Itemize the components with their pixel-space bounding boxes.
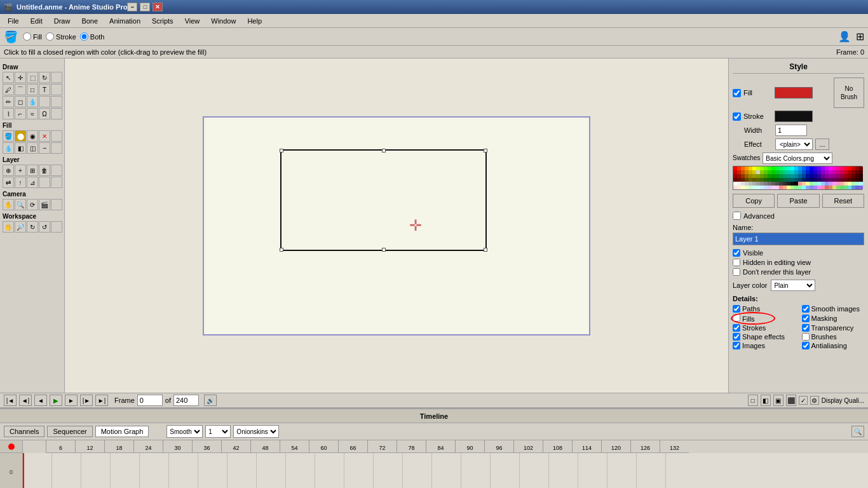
- prev-key-button[interactable]: ◄|: [19, 395, 32, 406]
- effect-select[interactable]: <plain>: [775, 139, 813, 150]
- zoom-in-button[interactable]: 🔍: [851, 426, 864, 437]
- stroke-color-swatch[interactable]: [775, 111, 813, 122]
- tool-transform[interactable]: ⬚: [27, 72, 38, 83]
- tool-layer-delete[interactable]: 🗑: [39, 165, 50, 176]
- play-button[interactable]: ▶: [50, 395, 62, 406]
- tool-bezier[interactable]: ⌒: [15, 84, 26, 95]
- menu-edit[interactable]: Edit: [25, 16, 48, 26]
- handle-tl[interactable]: [280, 149, 283, 152]
- tool-layer-group[interactable]: ⊞: [27, 165, 38, 176]
- tool-noise[interactable]: ≈: [27, 108, 38, 119]
- tool-gradient2[interactable]: ◫: [27, 142, 38, 154]
- fill-checkbox[interactable]: [733, 89, 741, 97]
- tool-layer-new[interactable]: ⊕: [3, 165, 14, 176]
- effect-dots-button[interactable]: ...: [815, 139, 829, 150]
- tool-fill-bucket[interactable]: ⬤: [15, 130, 26, 142]
- both-radio[interactable]: [80, 32, 88, 41]
- brushes-checkbox[interactable]: [802, 333, 810, 341]
- tool-eraser[interactable]: ◻: [15, 96, 26, 107]
- menu-animation[interactable]: Animation: [104, 16, 146, 26]
- tool-camera-zoom[interactable]: 🔍: [15, 199, 26, 210]
- onionskins-select[interactable]: Onionskins: [233, 425, 279, 438]
- tool-fill-paint[interactable]: 🪣: [3, 130, 14, 142]
- menu-help[interactable]: Help: [242, 16, 267, 26]
- tool-eyedrop2[interactable]: 💧: [3, 142, 14, 154]
- handle-tr[interactable]: [484, 149, 487, 152]
- tool-camera-rot[interactable]: ⟳: [27, 199, 38, 210]
- tool-ws-zoom[interactable]: 🔎: [15, 221, 26, 233]
- paste-button[interactable]: Paste: [777, 194, 819, 208]
- tool-layer-move[interactable]: ⊿: [27, 177, 38, 188]
- swatches-select[interactable]: Basic Colors.png: [763, 152, 832, 164]
- tool-layer-add[interactable]: +: [15, 165, 26, 176]
- tool-text[interactable]: T: [39, 84, 50, 95]
- shape-rect[interactable]: [280, 149, 487, 251]
- tool-fill-x[interactable]: ✕: [39, 130, 50, 142]
- motion-graph-tab[interactable]: Motion Graph: [95, 426, 149, 437]
- next-frame-button[interactable]: ►: [65, 395, 78, 406]
- quality-btn3[interactable]: ▣: [773, 395, 783, 406]
- next-key-button[interactable]: |►: [80, 395, 93, 406]
- prev-frame-button[interactable]: ◄: [34, 395, 47, 406]
- handle-tm[interactable]: [382, 149, 386, 152]
- tool-layer-up[interactable]: ↑: [15, 177, 26, 188]
- menu-draw[interactable]: Draw: [49, 16, 76, 26]
- smooth-select[interactable]: Smooth: [166, 425, 203, 438]
- sequencer-tab[interactable]: Sequencer: [47, 426, 92, 437]
- visible-checkbox[interactable]: [733, 249, 740, 257]
- fill-radio[interactable]: [23, 32, 31, 41]
- fill-radio-label[interactable]: Fill: [23, 32, 42, 41]
- norender-checkbox[interactable]: [733, 268, 740, 276]
- masking-checkbox[interactable]: [802, 315, 810, 322]
- stroke-radio-label[interactable]: Stroke: [46, 32, 76, 41]
- smooth-images-checkbox[interactable]: [802, 305, 810, 313]
- tool-camera-pan[interactable]: ✋: [3, 199, 14, 210]
- channels-tab[interactable]: Channels: [4, 426, 44, 437]
- tool-curve[interactable]: ⌢: [39, 142, 50, 154]
- timeline-tracks[interactable]: [23, 453, 868, 488]
- tool-camera-film[interactable]: 🎬: [39, 199, 50, 210]
- canvas-frame[interactable]: ✛: [203, 116, 590, 336]
- shape-effects-checkbox[interactable]: [733, 333, 740, 341]
- handle-bl[interactable]: [280, 248, 283, 252]
- tick-select[interactable]: 1: [205, 425, 231, 438]
- menu-file[interactable]: File: [3, 16, 24, 26]
- hidden-checkbox[interactable]: [733, 259, 740, 266]
- go-start-button[interactable]: |◄: [4, 395, 17, 406]
- tool-ws-ccw[interactable]: ↺: [39, 221, 50, 233]
- tool-hair[interactable]: Ω: [39, 108, 50, 119]
- tool-gradient[interactable]: ◧: [15, 142, 26, 154]
- close-button[interactable]: ✕: [153, 3, 163, 11]
- minimize-button[interactable]: −: [127, 3, 137, 11]
- handle-bm[interactable]: [382, 248, 386, 252]
- strokes-checkbox[interactable]: [733, 324, 740, 332]
- menu-window[interactable]: Window: [206, 16, 241, 26]
- name-input[interactable]: [733, 233, 864, 245]
- tool-eyedrop[interactable]: 💧: [27, 96, 38, 107]
- quality-settings[interactable]: ⚙: [810, 396, 819, 405]
- quality-btn4[interactable]: ⬛: [786, 395, 796, 406]
- tool-paint[interactable]: ✏: [3, 96, 14, 107]
- go-end-button[interactable]: ►|: [95, 395, 108, 406]
- tool-magnet[interactable]: ⌐: [15, 108, 26, 119]
- images-checkbox[interactable]: [733, 342, 740, 349]
- tool-shape[interactable]: □: [27, 84, 38, 95]
- antialiasing-checkbox[interactable]: [802, 342, 810, 349]
- stroke-checkbox[interactable]: [733, 112, 741, 121]
- advanced-checkbox[interactable]: [733, 212, 741, 220]
- stroke-radio[interactable]: [46, 32, 54, 41]
- fills-checkbox[interactable]: [733, 314, 740, 322]
- tool-ws-hand[interactable]: 🖐: [3, 221, 14, 233]
- handle-br[interactable]: [484, 248, 487, 252]
- tool-rotate[interactable]: ↻: [39, 72, 50, 83]
- copy-button[interactable]: Copy: [733, 194, 775, 208]
- tool-fill-select[interactable]: ◉: [27, 130, 38, 142]
- tool-layer-flip[interactable]: ⇄: [3, 177, 14, 188]
- quality-btn2[interactable]: ◧: [761, 395, 771, 406]
- tool-pen[interactable]: 🖊: [3, 84, 14, 95]
- paths-checkbox[interactable]: [733, 305, 740, 313]
- no-brush-button[interactable]: No Brush: [834, 78, 864, 108]
- both-radio-label[interactable]: Both: [80, 32, 105, 41]
- total-frames-input[interactable]: [173, 395, 199, 406]
- frame-input[interactable]: [137, 395, 163, 406]
